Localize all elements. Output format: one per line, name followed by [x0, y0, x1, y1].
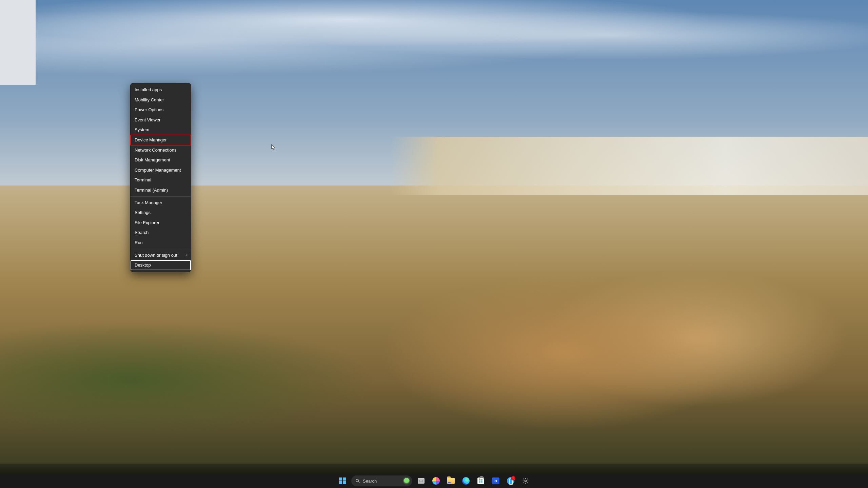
search-flair-icon	[403, 477, 410, 485]
winx-item-settings[interactable]: Settings	[131, 208, 191, 218]
windows-logo-icon	[339, 477, 346, 484]
winx-item-terminal-admin[interactable]: Terminal (Admin)	[131, 185, 191, 195]
winx-item-device-manager[interactable]: Device Manager	[131, 135, 191, 145]
start-button[interactable]	[336, 475, 349, 487]
taskbar: Search o 1	[0, 474, 868, 488]
menu-separator	[131, 249, 191, 249]
folder-icon	[447, 478, 455, 484]
winx-item-label: File Explorer	[135, 220, 159, 225]
winx-item-label: Run	[135, 240, 143, 245]
chevron-right-icon: ›	[186, 253, 188, 257]
winx-item-label: Network Connections	[135, 148, 177, 153]
winx-item-label: Settings	[135, 210, 151, 215]
settings-button[interactable]	[519, 475, 532, 487]
file-explorer-button[interactable]	[445, 475, 457, 487]
winx-item-shut-down-or-sign-out[interactable]: Shut down or sign out›	[131, 250, 191, 260]
wallpaper-patch	[0, 0, 36, 85]
winx-item-label: Terminal (Admin)	[135, 188, 168, 193]
microsoft-store-button[interactable]	[475, 475, 487, 487]
edge-icon	[462, 477, 470, 485]
winx-item-mobility-center[interactable]: Mobility Center	[131, 95, 191, 105]
winx-item-task-manager[interactable]: Task Manager	[131, 198, 191, 208]
task-view-button[interactable]	[415, 475, 427, 487]
winx-item-search[interactable]: Search	[131, 228, 191, 238]
winx-item-label: Device Manager	[135, 137, 167, 142]
winx-item-label: System	[135, 127, 149, 132]
winx-item-system[interactable]: System	[131, 125, 191, 135]
edge-button[interactable]	[460, 475, 472, 487]
winx-item-label: Power Options	[135, 107, 163, 112]
winx-item-label: Terminal	[135, 177, 151, 182]
taskbar-search[interactable]: Search	[351, 475, 412, 486]
phone-link-icon: 1	[507, 477, 514, 485]
winx-item-event-viewer[interactable]: Event Viewer	[131, 115, 191, 125]
notification-badge: 1	[511, 476, 515, 481]
phone-link-button[interactable]: 1	[505, 475, 517, 487]
winx-item-label: Search	[135, 230, 149, 235]
gear-icon	[522, 477, 529, 484]
outlook-button[interactable]: o	[490, 475, 502, 487]
winx-item-network-connections[interactable]: Network Connections	[131, 145, 191, 155]
winx-context-menu[interactable]: Installed appsMobility CenterPower Optio…	[130, 83, 191, 272]
winx-item-computer-management[interactable]: Computer Management	[131, 165, 191, 175]
winx-item-label: Installed apps	[135, 87, 162, 92]
winx-item-label: Event Viewer	[135, 117, 160, 122]
winx-item-label: Desktop	[135, 262, 151, 268]
winx-item-power-options[interactable]: Power Options	[131, 105, 191, 115]
svg-point-0	[356, 479, 358, 482]
winx-item-desktop[interactable]: Desktop	[131, 260, 191, 270]
winx-item-label: Computer Management	[135, 168, 181, 173]
task-view-icon	[418, 478, 425, 484]
menu-separator	[131, 196, 191, 197]
winx-item-label: Disk Management	[135, 157, 170, 162]
winx-item-label: Shut down or sign out	[135, 253, 177, 258]
winx-item-label: Task Manager	[135, 200, 162, 205]
winx-item-terminal[interactable]: Terminal	[131, 175, 191, 185]
winx-item-run[interactable]: Run	[131, 238, 191, 248]
winx-item-disk-management[interactable]: Disk Management	[131, 155, 191, 165]
winx-item-label: Mobility Center	[135, 97, 164, 102]
outlook-icon: o	[492, 477, 499, 484]
search-icon	[355, 479, 360, 483]
copilot-button[interactable]	[430, 475, 442, 487]
store-icon	[477, 477, 484, 484]
winx-item-file-explorer[interactable]: File Explorer	[131, 218, 191, 228]
svg-line-1	[358, 482, 360, 483]
winx-item-installed-apps[interactable]: Installed apps	[131, 85, 191, 95]
copilot-icon	[432, 477, 440, 485]
svg-point-2	[525, 480, 527, 482]
outlook-letter: o	[494, 479, 497, 483]
wallpaper-buildings	[391, 137, 868, 195]
search-placeholder: Search	[363, 479, 377, 484]
